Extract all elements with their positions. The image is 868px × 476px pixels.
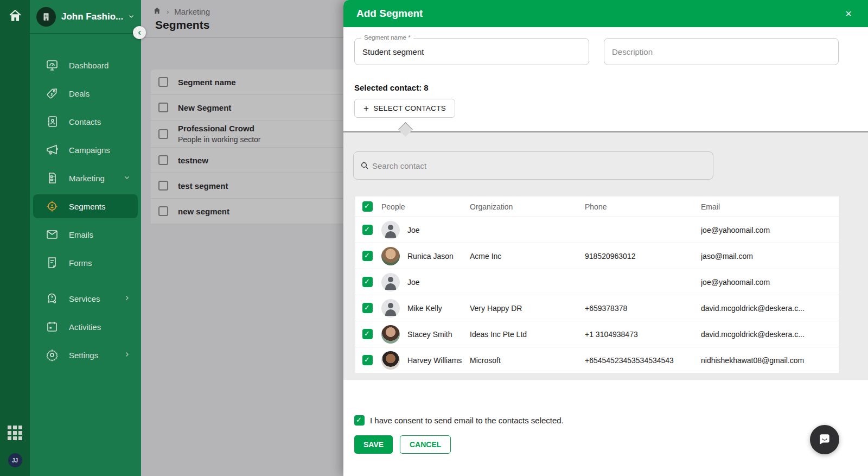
segment-name-input[interactable] xyxy=(362,39,583,65)
contact-checkbox[interactable] xyxy=(362,329,373,339)
chevron-right-icon xyxy=(124,294,130,303)
sidebar-item-contacts[interactable]: Contacts xyxy=(33,110,138,134)
campaigns-megaphone-icon xyxy=(45,143,59,157)
contact-photo-avatar xyxy=(381,325,400,344)
contacts-table-header: People Organization Phone Email xyxy=(355,196,839,217)
contact-checkbox[interactable] xyxy=(362,355,373,365)
contact-checkbox[interactable] xyxy=(362,251,373,261)
building-icon xyxy=(36,7,56,27)
segments-target-icon xyxy=(45,199,59,213)
person-silhouette-avatar xyxy=(381,273,400,291)
activities-calendar-icon xyxy=(45,320,59,334)
forms-page-icon xyxy=(45,256,59,270)
sidebar-item-label: Deals xyxy=(69,89,130,98)
sidebar: John Fashio... Dashboard Deals Contacts … xyxy=(30,0,141,476)
sidebar-nav: Dashboard Deals Contacts Campaigns Marke… xyxy=(30,34,141,367)
sidebar-item-activities[interactable]: Activities xyxy=(33,315,138,339)
add-segment-modal: Add Segment × Segment name * Selected co… xyxy=(343,0,868,476)
sidebar-item-forms[interactable]: Forms xyxy=(33,251,138,275)
selected-contact-count: Selected contact: 8 xyxy=(354,83,429,92)
contact-email: joe@yahoomail.com xyxy=(701,226,839,234)
contact-photo-avatar xyxy=(381,351,400,370)
grid-apps-icon[interactable] xyxy=(8,426,22,440)
contact-org: Microsoft xyxy=(470,356,585,365)
contact-email: joe@yahoomail.com xyxy=(701,278,839,287)
sidebar-item-campaigns[interactable]: Campaigns xyxy=(33,138,138,162)
segment-name-field[interactable]: Segment name * xyxy=(354,38,589,65)
dashboard-icon xyxy=(45,58,59,72)
contact-phone: +659378378 xyxy=(585,304,701,313)
sidebar-item-label: Forms xyxy=(69,258,130,268)
sidebar-item-dashboard[interactable]: Dashboard xyxy=(33,53,138,77)
contact-org: Very Happy DR xyxy=(470,304,585,313)
sidebar-item-label: Activities xyxy=(69,322,130,332)
person-silhouette-avatar xyxy=(381,221,400,239)
consent-row: I have consent to send email to the cont… xyxy=(354,415,564,426)
chat-widget-button[interactable] xyxy=(810,425,839,454)
contact-row[interactable]: Runica Jason Acme Inc 918520963012 jaso@… xyxy=(355,243,839,269)
settings-gear-icon xyxy=(45,348,59,362)
home-icon[interactable] xyxy=(8,9,22,25)
sidebar-item-label: Emails xyxy=(69,230,130,239)
column-header-phone: Phone xyxy=(585,202,701,211)
select-all-contacts-checkbox[interactable] xyxy=(362,201,373,212)
close-icon[interactable]: × xyxy=(842,8,855,20)
select-contacts-button[interactable]: + SELECT CONTACTS xyxy=(354,99,455,118)
chevron-down-icon xyxy=(124,173,130,183)
emails-envelope-icon xyxy=(45,227,59,242)
sidebar-item-deals[interactable]: Deals xyxy=(33,81,138,105)
consent-label: I have consent to send email to the cont… xyxy=(370,416,564,425)
person-silhouette-avatar xyxy=(381,299,400,318)
contact-search-box[interactable] xyxy=(353,151,713,180)
contact-checkbox[interactable] xyxy=(362,303,373,313)
contact-phone: 918520963012 xyxy=(585,252,701,261)
sidebar-item-label: Campaigns xyxy=(69,145,130,155)
contact-row[interactable]: Mike Kelly Very Happy DR +659378378 davi… xyxy=(355,295,839,321)
plus-icon: + xyxy=(363,103,369,114)
sidebar-item-services[interactable]: Services xyxy=(33,287,138,310)
sidebar-item-emails[interactable]: Emails xyxy=(33,223,138,246)
sidebar-item-segments[interactable]: Segments xyxy=(33,194,138,218)
sidebar-item-label: Services xyxy=(69,294,124,303)
marketing-doc-icon xyxy=(45,171,59,185)
column-header-people: People xyxy=(381,202,470,211)
contact-org: Ideas Inc Pte Ltd xyxy=(470,330,585,339)
chevron-down-icon xyxy=(128,12,135,22)
consent-checkbox[interactable] xyxy=(354,415,365,426)
chevron-right-icon xyxy=(124,350,130,360)
sidebar-item-settings[interactable]: Settings xyxy=(33,343,138,367)
contact-checkbox[interactable] xyxy=(362,225,373,235)
description-input[interactable] xyxy=(612,39,833,65)
sidebar-collapse-button[interactable] xyxy=(133,26,146,39)
contact-name: Joe xyxy=(407,226,420,234)
contact-email: david.mcgoldrick@deskera.c... xyxy=(701,304,839,313)
left-rail: JJ xyxy=(0,0,30,476)
workspace-switcher[interactable]: John Fashio... xyxy=(30,0,141,34)
contact-name: Harvey Williams xyxy=(407,356,462,365)
contact-phone: +1 3104938473 xyxy=(585,330,701,339)
contact-row[interactable]: Stacey Smith Ideas Inc Pte Ltd +1 310493… xyxy=(355,321,839,347)
contact-name: Joe xyxy=(407,278,420,287)
user-avatar[interactable]: JJ xyxy=(8,453,22,467)
sidebar-item-label: Contacts xyxy=(69,117,130,126)
save-button[interactable]: SAVE xyxy=(354,435,393,454)
chat-bubble-icon xyxy=(818,433,832,447)
sidebar-item-label: Segments xyxy=(69,202,130,211)
contact-name: Stacey Smith xyxy=(407,330,452,339)
contact-name: Runica Jason xyxy=(407,252,454,261)
sidebar-item-marketing[interactable]: Marketing xyxy=(33,166,138,190)
contact-row[interactable]: Harvey Williams Microsoft +6545452345353… xyxy=(355,347,839,373)
contacts-book-icon xyxy=(45,115,59,129)
contact-name: Mike Kelly xyxy=(407,304,442,313)
modal-title: Add Segment xyxy=(356,8,842,20)
contact-phone: +65454523453534534543 xyxy=(585,356,701,365)
description-field[interactable] xyxy=(604,38,839,65)
contact-search-input[interactable] xyxy=(372,161,706,170)
column-header-email: Email xyxy=(701,202,839,211)
cancel-button[interactable]: CANCEL xyxy=(400,435,451,454)
contact-photo-avatar xyxy=(381,247,400,265)
contact-row[interactable]: Joe joe@yahoomail.com xyxy=(355,269,839,295)
search-icon xyxy=(360,161,369,170)
contact-checkbox[interactable] xyxy=(362,277,373,287)
contact-row[interactable]: Joe joe@yahoomail.com xyxy=(355,217,839,243)
